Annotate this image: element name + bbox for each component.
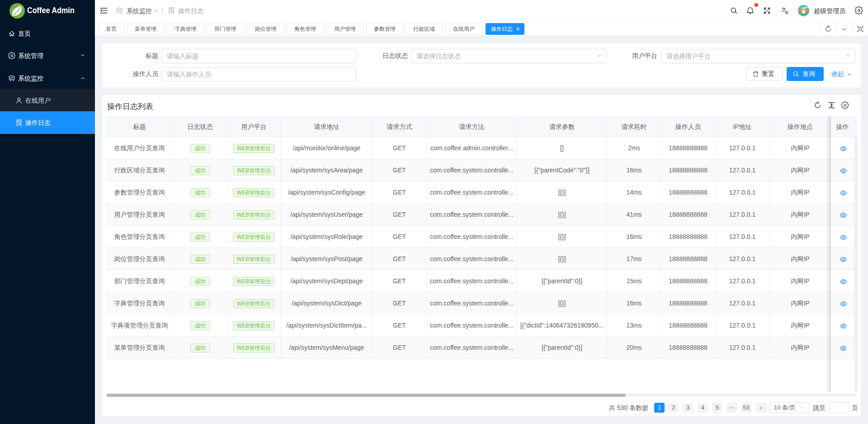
svg-text:A: A xyxy=(785,10,788,14)
